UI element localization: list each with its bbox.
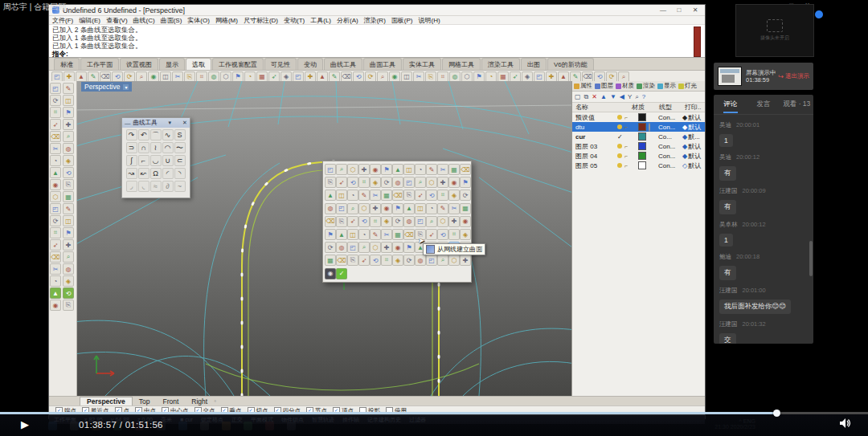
panel-tab-灯光[interactable]: 灯光 xyxy=(678,82,697,90)
palette-icon[interactable]: ✎ xyxy=(370,229,381,240)
palette-icon[interactable]: ✂ xyxy=(448,203,460,214)
palette-icon[interactable]: ◈ xyxy=(381,216,392,227)
palette-icon[interactable]: ⌫ xyxy=(336,255,347,266)
curve-tool-icon[interactable]: ↶ xyxy=(138,129,149,141)
menu-item[interactable]: 说明(H) xyxy=(418,16,440,25)
curve-tool-icon[interactable]: ◡ xyxy=(150,155,162,166)
print-color-diamond-icon[interactable]: ◆ xyxy=(682,143,687,150)
seek-bar[interactable] xyxy=(0,412,868,414)
dock-tool-icon[interactable]: ⟲ xyxy=(63,167,74,178)
curve-tool-icon[interactable]: ◠ xyxy=(162,142,174,153)
layer-color-swatch[interactable] xyxy=(638,152,646,160)
palette-icon[interactable]: ✎ xyxy=(358,189,370,201)
palette-icon[interactable]: ◈ xyxy=(370,177,381,188)
layer-color-swatch[interactable] xyxy=(638,142,646,150)
dock-tool-icon[interactable]: ➶ xyxy=(50,239,61,251)
palette-icon[interactable]: ⌕ xyxy=(426,216,437,227)
palette-icon[interactable]: ⬡ xyxy=(370,242,381,253)
layer-lock-icon[interactable]: ⌐ xyxy=(624,163,628,169)
palette-icon[interactable]: ▲ xyxy=(336,229,347,240)
palette-icon[interactable]: ⚑ xyxy=(325,229,336,240)
dock-tool-icon[interactable]: ◫ xyxy=(63,95,74,106)
palette-icon[interactable]: ⌫ xyxy=(460,164,471,175)
toolbar-tab-工作视窗配置[interactable]: 工作视窗配置 xyxy=(212,58,264,70)
curve-tool-icon[interactable]: ∩ xyxy=(138,142,149,153)
palette-icon[interactable]: ✚ xyxy=(358,164,370,175)
palette-icon[interactable]: ✂ xyxy=(437,164,448,175)
print-color-diamond-icon[interactable]: ◆ xyxy=(682,133,687,141)
palette-icon[interactable]: ◔ xyxy=(415,164,426,175)
dock-tool-icon[interactable]: ▲ xyxy=(50,287,61,299)
command-scrollbar[interactable] xyxy=(694,26,701,57)
dock-tool-icon[interactable]: ◉ xyxy=(50,179,61,190)
palette-icon[interactable]: ◍ xyxy=(403,216,415,227)
palette-icon[interactable]: ◈ xyxy=(460,229,471,240)
palette-icon[interactable]: ◫ xyxy=(403,164,415,175)
viewport-tab-top[interactable]: Top xyxy=(133,397,157,405)
panel-tab-渲染[interactable]: 渲染 xyxy=(637,82,655,90)
print-color-diamond-icon[interactable]: ◆ xyxy=(682,124,687,131)
palette-icon[interactable]: ⌕ xyxy=(358,242,370,253)
panel-tab-材质[interactable]: 材质 xyxy=(616,82,634,90)
panel-tab-图层[interactable]: 图层 xyxy=(595,82,613,90)
palette-icon[interactable]: ⬡ xyxy=(347,164,358,175)
add-viewport-icon[interactable]: ◦ xyxy=(214,397,216,405)
palette-icon[interactable]: ⎘ xyxy=(347,255,358,266)
dock-tool-icon[interactable]: ◍ xyxy=(63,263,74,275)
print-color-diamond-icon[interactable]: ◆ xyxy=(682,153,687,160)
palette-icon[interactable]: ⌕ xyxy=(415,177,426,188)
stream-tab-发言[interactable]: 发言 xyxy=(747,100,780,109)
palette-icon[interactable]: ⬡ xyxy=(426,177,437,188)
palette-icon[interactable]: ▦ xyxy=(325,255,336,266)
minimize-button[interactable]: — xyxy=(655,6,671,14)
curve-tool-icon[interactable]: ~ xyxy=(174,181,186,192)
toolbar-tab-出图[interactable]: 出图 xyxy=(521,58,547,70)
layer-linetype[interactable]: Con... xyxy=(658,153,682,160)
palette-icon[interactable]: ⟳ xyxy=(381,177,392,188)
palette-icon[interactable]: ➶ xyxy=(415,189,426,201)
palette-icon[interactable]: ⌫ xyxy=(403,229,415,240)
palette-icon[interactable]: ◔ xyxy=(358,229,370,240)
drag-handle-icon[interactable]: — xyxy=(125,120,131,127)
palette-icon[interactable]: ▲ xyxy=(325,189,336,201)
menu-item[interactable]: 尺寸标注(D) xyxy=(244,16,278,25)
layer-row[interactable]: 预设值⌐Con...◆默认 xyxy=(572,112,705,122)
palette-icon[interactable]: ◰ xyxy=(403,177,415,188)
dock-tool-icon[interactable]: ⎘ xyxy=(63,299,74,311)
dock-tool-icon[interactable]: ⚑ xyxy=(63,227,74,238)
viewport-tab-front[interactable]: Front xyxy=(156,397,185,405)
menu-item[interactable]: 实体(O) xyxy=(187,16,210,25)
menu-item[interactable]: 曲面(S) xyxy=(161,16,182,25)
curve-tool-icon[interactable]: ↝ xyxy=(126,168,137,179)
layer-lock-icon[interactable]: ⌐ xyxy=(624,115,628,120)
new-layer-icon[interactable]: ▢ xyxy=(575,93,581,100)
palette-icon[interactable]: ◈ xyxy=(392,255,403,266)
palette-icon[interactable]: ✓ xyxy=(336,268,347,279)
print-color-diamond-icon[interactable]: ◆ xyxy=(682,114,687,121)
toolbar-tab-渲染工具[interactable]: 渲染工具 xyxy=(481,58,520,70)
layer-color-swatch[interactable] xyxy=(638,132,646,141)
move-up-icon[interactable]: ▲ xyxy=(600,93,607,100)
palette-icon[interactable]: ⟳ xyxy=(325,242,336,253)
layer-linetype[interactable]: Con... xyxy=(658,114,682,121)
palette-icon[interactable]: ⟳ xyxy=(460,189,471,201)
toolbar-tab-工作平面[interactable]: 工作平面 xyxy=(80,58,119,70)
dock-tool-icon[interactable]: ✎ xyxy=(63,203,74,214)
palette-icon[interactable]: ◍ xyxy=(325,203,336,214)
maximize-button[interactable]: □ xyxy=(671,6,687,14)
layer-lock-icon[interactable]: ⌐ xyxy=(624,153,628,159)
palette-icon[interactable]: ◉ xyxy=(392,242,403,253)
dock-tool-icon[interactable]: ⌗ xyxy=(50,107,61,118)
palette-icon[interactable]: ◰ xyxy=(426,255,437,266)
curve-tool-icon[interactable]: Ω xyxy=(150,168,162,179)
curve-tool-icon[interactable]: ⊂ xyxy=(174,155,186,166)
dock-tool-icon[interactable]: ⌫ xyxy=(50,131,61,142)
palette-icon[interactable]: ◔ xyxy=(347,189,358,201)
palette-icon[interactable]: ✚ xyxy=(381,242,392,253)
palette-icon[interactable]: ✚ xyxy=(460,255,471,266)
palette-icon[interactable]: ⟲ xyxy=(370,255,381,266)
dock-tool-icon[interactable]: ✂ xyxy=(50,143,61,154)
exit-share-button[interactable]: ↪ 退出演示 xyxy=(778,72,809,80)
curve-tool-icon[interactable]: S xyxy=(174,129,186,141)
palette-icon[interactable]: ⟳ xyxy=(392,216,403,227)
